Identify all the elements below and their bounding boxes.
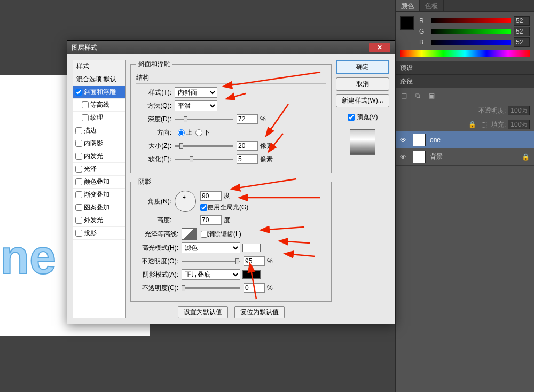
- effect-item[interactable]: 渐变叠加: [73, 189, 125, 201]
- effect-checkbox[interactable]: [75, 178, 82, 185]
- effect-item[interactable]: 颜色叠加: [73, 176, 125, 189]
- g-slider[interactable]: [431, 29, 511, 34]
- angle-wheel[interactable]: [175, 191, 196, 212]
- highlight-opacity-input[interactable]: [244, 256, 265, 266]
- technique-select[interactable]: 平滑: [175, 100, 217, 111]
- effect-item[interactable]: 等高线: [73, 99, 125, 112]
- dialog-titlebar[interactable]: 图层样式 ✕: [67, 41, 395, 54]
- blend-options[interactable]: 混合选项:默认: [73, 73, 125, 86]
- g-value[interactable]: 52: [514, 27, 530, 36]
- tab-swatches[interactable]: 色板: [420, 0, 444, 11]
- b-value[interactable]: 52: [514, 37, 530, 47]
- shadow-mode-select[interactable]: 正片叠底: [182, 269, 240, 280]
- effect-item[interactable]: 内阴影: [73, 137, 125, 150]
- visibility-icon[interactable]: 👁: [400, 153, 409, 161]
- effect-checkbox[interactable]: [75, 191, 82, 198]
- effect-checkbox[interactable]: [75, 230, 82, 237]
- visibility-icon[interactable]: 👁: [400, 136, 409, 144]
- effect-checkbox[interactable]: [82, 101, 89, 108]
- b-slider[interactable]: [431, 40, 511, 45]
- effect-item[interactable]: 斜面和浮雕: [73, 86, 125, 99]
- lock-icon[interactable]: 🔒: [468, 120, 477, 129]
- effect-item[interactable]: 外发光: [73, 214, 125, 227]
- cancel-button[interactable]: 取消: [336, 77, 389, 91]
- size-unit: 像素: [260, 142, 273, 151]
- size-input[interactable]: [237, 141, 258, 151]
- depth-input[interactable]: [237, 114, 258, 124]
- close-button[interactable]: ✕: [369, 43, 390, 52]
- dialog-title: 图层样式: [72, 43, 369, 52]
- effect-label: 外发光: [84, 216, 103, 225]
- layer-item-bg[interactable]: 👁 背景 🔒: [396, 148, 534, 166]
- new-style-button[interactable]: 新建样式(W)...: [336, 94, 389, 107]
- styles-header[interactable]: 样式: [73, 60, 125, 73]
- tab-paths[interactable]: 路径: [400, 77, 413, 86]
- set-default-button[interactable]: 设置为默认值: [178, 306, 228, 318]
- r-slider[interactable]: [431, 18, 511, 23]
- effect-checkbox[interactable]: [75, 153, 82, 160]
- effect-checkbox[interactable]: [75, 127, 82, 134]
- effect-label: 光泽: [84, 164, 97, 174]
- gloss-contour[interactable]: [182, 228, 197, 240]
- effect-checkbox[interactable]: [82, 114, 89, 121]
- bevel-fieldset: 斜面和浮雕 结构 样式(T): 内斜面 方法(Q): 平滑 深度(D):: [130, 60, 332, 173]
- altitude-input[interactable]: [200, 215, 222, 225]
- layer-item-one[interactable]: 👁 one: [396, 131, 534, 148]
- highlight-color-swatch[interactable]: [242, 244, 261, 252]
- effect-checkbox[interactable]: [75, 217, 82, 224]
- preview-checkbox[interactable]: [348, 114, 355, 121]
- global-light-checkbox[interactable]: [200, 204, 207, 211]
- direction-down-radio[interactable]: [195, 129, 202, 136]
- effect-item[interactable]: 描边: [73, 124, 125, 137]
- effect-item[interactable]: 内发光: [73, 150, 125, 163]
- effect-label: 内阴影: [84, 139, 103, 148]
- angle-unit: 度: [224, 191, 230, 200]
- effect-checkbox[interactable]: [75, 140, 82, 147]
- hue-bar[interactable]: [400, 50, 530, 57]
- style-select[interactable]: 内斜面: [175, 87, 217, 98]
- reset-default-button[interactable]: 复位为默认值: [234, 306, 285, 318]
- lock-icon[interactable]: 🔒: [522, 153, 530, 161]
- filter-icon[interactable]: ◫: [399, 91, 409, 100]
- shadow-opacity-input[interactable]: [244, 283, 265, 293]
- soften-slider[interactable]: [175, 159, 233, 160]
- highlight-opacity-slider[interactable]: [182, 261, 240, 262]
- fx-icon[interactable]: ⬚: [480, 120, 489, 129]
- effect-checkbox[interactable]: [75, 204, 82, 211]
- b-label: B: [419, 38, 428, 46]
- effect-checkbox[interactable]: [75, 166, 82, 173]
- depth-slider[interactable]: [175, 119, 233, 120]
- down-label: 下: [203, 128, 210, 137]
- effect-item[interactable]: 图案叠加: [73, 201, 125, 214]
- r-value[interactable]: 52: [514, 16, 530, 26]
- effect-label: 斜面和浮雕: [84, 88, 116, 97]
- link-icon[interactable]: ⧉: [413, 91, 422, 100]
- highlight-mode-label: 高光模式(H):: [136, 244, 182, 253]
- antialias-checkbox[interactable]: [201, 231, 208, 238]
- altitude-unit: 度: [224, 216, 230, 225]
- size-slider[interactable]: [175, 145, 233, 147]
- tab-color[interactable]: 颜色: [396, 0, 420, 11]
- style-label: 样式(T):: [136, 88, 175, 97]
- depth-label: 深度(D):: [136, 115, 175, 124]
- altitude-label: 高度:: [136, 216, 175, 225]
- effect-checkbox[interactable]: [75, 89, 82, 96]
- foreground-swatch[interactable]: [400, 16, 414, 30]
- effect-item[interactable]: 纹理: [73, 112, 125, 124]
- tab-adjustments[interactable]: 预设: [400, 64, 413, 73]
- preview-thumbnail: [350, 129, 375, 155]
- mask-icon[interactable]: ▣: [427, 91, 436, 100]
- antialias-label: 消除锯齿(L): [208, 230, 241, 239]
- soften-input[interactable]: [237, 154, 258, 164]
- fill-value[interactable]: 100%: [508, 120, 530, 129]
- effect-item[interactable]: 光泽: [73, 163, 125, 176]
- global-light-label: 使用全局光(G): [207, 203, 248, 212]
- ok-button[interactable]: 确定: [336, 60, 389, 74]
- shadow-color-swatch[interactable]: [242, 270, 261, 279]
- angle-input[interactable]: [200, 191, 222, 201]
- opacity-value[interactable]: 100%: [508, 106, 530, 115]
- shadow-opacity-slider[interactable]: [182, 287, 240, 289]
- effect-item[interactable]: 投影: [73, 227, 125, 240]
- direction-up-radio[interactable]: [178, 129, 185, 136]
- highlight-mode-select[interactable]: 滤色: [182, 242, 240, 253]
